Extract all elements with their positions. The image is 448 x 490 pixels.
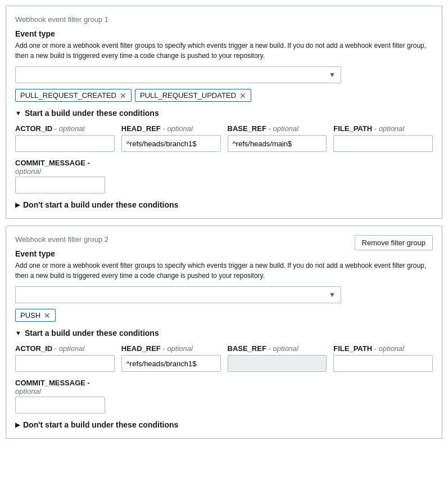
group2-dont-start-label: Don't start a build under these conditio… — [23, 420, 178, 429]
group2-actor-id-field: ACTOR_ID - optional — [15, 344, 115, 372]
group2-event-type-desc: Add one or more a webhook event filter g… — [15, 260, 433, 281]
group2-file-path-input[interactable] — [333, 355, 433, 372]
tag-prc-text: PULL_REQUEST_CREATED — [20, 91, 116, 100]
group2-event-type-select[interactable] — [15, 286, 341, 303]
group2-base-ref-field: BASE_REF - optional — [228, 344, 327, 372]
group2-head-ref-field: HEAD_REF - optional — [121, 344, 221, 372]
page-wrapper: Webhook event filter group 1 Event type … — [0, 0, 448, 451]
tag-push-text: PUSH — [20, 311, 40, 320]
group2-dont-start-toggle[interactable]: ▶ Don't start a build under these condit… — [15, 420, 433, 429]
group1-file-path-label: FILE_PATH - optional — [333, 124, 433, 133]
group1-actor-id-label: ACTOR_ID - optional — [15, 124, 115, 133]
group1-head-ref-input[interactable] — [121, 135, 221, 152]
group1-file-path-field: FILE_PATH - optional — [333, 124, 433, 152]
group2-head-ref-input[interactable] — [121, 355, 221, 372]
tag-push: PUSH ✕ — [15, 309, 56, 322]
tag-pull-request-created: PULL_REQUEST_CREATED ✕ — [15, 89, 132, 102]
tag-push-close-icon[interactable]: ✕ — [44, 312, 51, 320]
group2-base-ref-label: BASE_REF - optional — [228, 344, 327, 353]
group1-dont-start-toggle[interactable]: ▶ Don't start a build under these condit… — [15, 200, 433, 209]
tag-pru-close-icon[interactable]: ✕ — [239, 92, 246, 100]
group1-file-path-input[interactable] — [333, 135, 433, 152]
group1-tags-row: PULL_REQUEST_CREATED ✕ PULL_REQUEST_UPDA… — [15, 89, 433, 102]
group1-head-ref-field: HEAD_REF - optional — [121, 124, 221, 152]
group1-dont-start-icon: ▶ — [15, 201, 20, 209]
group1-actor-id-field: ACTOR_ID - optional — [15, 124, 115, 152]
group1-commit-label: COMMIT_MESSAGE - optional — [15, 159, 433, 176]
group1-dropdown-wrapper: ▼ — [15, 66, 433, 83]
group1-event-type-select[interactable] — [15, 66, 341, 83]
group1-base-ref-field: BASE_REF - optional — [228, 124, 327, 152]
group2-file-path-label: FILE_PATH - optional — [333, 344, 433, 353]
group2-start-expand-icon: ▼ — [15, 330, 21, 336]
group1-commit-message-input[interactable] — [15, 177, 105, 194]
group1-head-ref-label: HEAD_REF - optional — [121, 124, 221, 133]
group1-base-ref-label: BASE_REF - optional — [228, 124, 327, 133]
group2-dont-start-icon: ▶ — [15, 421, 20, 429]
group2-event-type-label: Event type — [15, 249, 433, 258]
filter-group-2: Webhook event filter group 2 Remove filt… — [6, 226, 442, 439]
group1-actor-id-input[interactable] — [15, 135, 115, 152]
group1-start-expand-icon: ▼ — [15, 110, 21, 116]
group2-fields-grid: ACTOR_ID - optional HEAD_REF - optional … — [15, 344, 433, 372]
tag-pru-text: PULL_REQUEST_UPDATED — [140, 91, 236, 100]
remove-filter-group-button[interactable]: Remove filter group — [355, 235, 433, 250]
group2-commit-message-input[interactable] — [15, 397, 105, 413]
group1-event-type-label: Event type — [15, 29, 433, 38]
group2-file-path-field: FILE_PATH - optional — [333, 344, 433, 372]
group2-actor-id-input[interactable] — [15, 355, 115, 372]
group2-head-ref-label: HEAD_REF - optional — [121, 344, 221, 353]
group2-base-ref-input[interactable] — [228, 355, 327, 372]
group2-tags-row: PUSH ✕ — [15, 309, 433, 322]
group2-actor-id-label: ACTOR_ID - optional — [15, 344, 115, 353]
group1-commit-message-section: COMMIT_MESSAGE - optional — [15, 159, 433, 194]
group1-dont-start-label: Don't start a build under these conditio… — [23, 200, 178, 209]
group2-commit-label: COMMIT_MESSAGE - optional — [15, 379, 433, 395]
group1-start-build-label: Start a build under these conditions — [25, 109, 159, 118]
group1-fields-grid: ACTOR_ID - optional HEAD_REF - optional … — [15, 124, 433, 152]
group1-event-type-desc: Add one or more a webhook event filter g… — [15, 41, 433, 61]
group1-title: Webhook event filter group 1 — [15, 15, 433, 24]
group2-start-build-label: Start a build under these conditions — [25, 329, 159, 338]
filter-group-1: Webhook event filter group 1 Event type … — [6, 6, 442, 219]
group2-start-build-toggle[interactable]: ▼ Start a build under these conditions — [15, 329, 433, 338]
group2-dropdown-wrapper: ▼ — [15, 286, 433, 303]
group2-commit-message-section: COMMIT_MESSAGE - optional — [15, 379, 433, 413]
tag-pull-request-updated: PULL_REQUEST_UPDATED ✕ — [135, 89, 251, 102]
group1-base-ref-input[interactable] — [228, 135, 327, 152]
tag-prc-close-icon[interactable]: ✕ — [120, 92, 126, 100]
group1-start-build-toggle[interactable]: ▼ Start a build under these conditions — [15, 109, 433, 118]
